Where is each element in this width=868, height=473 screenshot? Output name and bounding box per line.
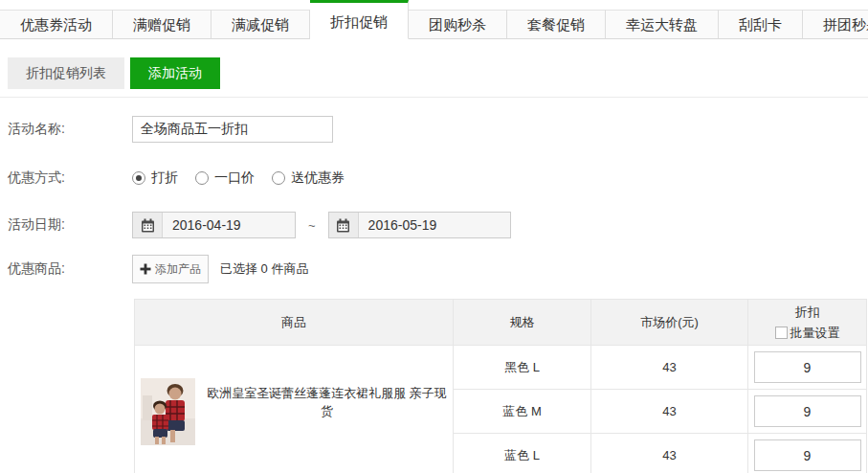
spec-cell: 黑色 L	[454, 346, 591, 390]
radio-option-discount[interactable]: 打折	[132, 169, 178, 187]
product-name: 欧洲皇室圣诞蕾丝蓬蓬连衣裙礼服服 亲子现货	[201, 385, 453, 419]
promotion-tabbar: 优惠券活动 满赠促销 满减促销 折扣促销 团购秒杀 套餐促销 幸运大转盘 刮刮卡…	[0, 0, 868, 39]
discount-input[interactable]	[754, 351, 861, 383]
spec-cell: 蓝色 L	[454, 434, 591, 473]
discount-input[interactable]	[754, 439, 861, 471]
table-row: 欧洲皇室圣诞蕾丝蓬蓬连衣裙礼服服 亲子现货 黑色 L 43	[135, 346, 867, 390]
batch-setting-label: 批量设置	[790, 325, 840, 342]
tab-coupon-activity[interactable]: 优惠券活动	[0, 10, 113, 39]
add-product-button-label: 添加产品	[155, 261, 201, 278]
tab-full-gift-promo[interactable]: 满赠促销	[113, 10, 211, 39]
promo-products-label: 优惠商品:	[8, 260, 132, 278]
price-cell: 43	[591, 346, 748, 390]
radio-discount-label: 打折	[151, 169, 178, 187]
tab-scratch-card[interactable]: 刮刮卡	[719, 10, 803, 39]
subtab-discount-list[interactable]: 折扣促销列表	[8, 57, 124, 89]
activity-name-input[interactable]	[132, 116, 333, 143]
column-header-discount: 折扣 批量设置	[748, 300, 867, 346]
column-header-product: 商品	[135, 300, 454, 346]
column-header-price: 市场价(元)	[591, 300, 748, 346]
start-date-picker[interactable]: 2016-04-19	[132, 212, 296, 238]
tab-full-reduction-promo[interactable]: 满减促销	[211, 10, 310, 39]
discount-header-title: 折扣	[748, 304, 866, 321]
radio-option-fixed-price[interactable]: 一口价	[195, 169, 255, 187]
table-header-row: 商品 规格 市场价(元) 折扣 批量设置	[135, 300, 867, 346]
tab-package-promo[interactable]: 套餐促销	[507, 10, 606, 39]
calendar-icon	[133, 213, 163, 237]
discount-products-table: 商品 规格 市场价(元) 折扣 批量设置	[134, 299, 867, 473]
start-date-value: 2016-04-19	[163, 217, 241, 233]
activity-date-label: 活动日期:	[8, 216, 132, 234]
discount-method-label: 优惠方式:	[8, 169, 132, 187]
discount-cell	[748, 346, 867, 390]
discount-method-options: 打折 一口价 送优惠券	[132, 169, 362, 187]
end-date-value: 2016-05-19	[359, 217, 437, 233]
discount-subtabs: 折扣促销列表 添加活动	[8, 57, 868, 89]
price-cell: 43	[591, 390, 748, 434]
radio-option-send-coupon[interactable]: 送优惠券	[272, 169, 345, 187]
spec-cell: 蓝色 M	[454, 390, 591, 434]
product-cell: 欧洲皇室圣诞蕾丝蓬蓬连衣裙礼服服 亲子现货	[135, 346, 454, 473]
tab-discount-promo[interactable]: 折扣促销	[310, 0, 409, 39]
add-activity-form: 活动名称: 优惠方式: 打折 一口价 送优惠券 活动日期:	[8, 116, 868, 283]
activity-name-row: 活动名称:	[8, 116, 868, 143]
tab-lucky-wheel[interactable]: 幸运大转盘	[606, 10, 719, 39]
plus-icon	[140, 263, 151, 275]
promo-products-row: 优惠商品: 添加产品 已选择 0 件商品	[8, 255, 868, 283]
discount-cell	[748, 390, 867, 434]
batch-setting: 批量设置	[748, 325, 866, 342]
date-range-separator: ~	[308, 218, 316, 233]
product-thumbnail	[141, 378, 195, 445]
radio-send-coupon-icon[interactable]	[272, 171, 285, 185]
tab-group-buy-seckill[interactable]: 团购秒杀	[409, 10, 507, 39]
subtab-add-activity[interactable]: 添加活动	[130, 57, 220, 89]
end-date-picker[interactable]: 2016-05-19	[328, 212, 511, 238]
price-cell: 43	[591, 434, 748, 473]
radio-fixed-price-icon[interactable]	[195, 171, 209, 185]
calendar-icon	[329, 213, 359, 237]
tab-group-seckill[interactable]: 拼团秒杀	[803, 10, 868, 39]
add-product-button[interactable]: 添加产品	[132, 255, 209, 283]
column-header-spec: 规格	[454, 300, 591, 346]
section-divider	[0, 97, 868, 98]
discount-method-row: 优惠方式: 打折 一口价 送优惠券	[8, 169, 868, 187]
activity-date-row: 活动日期: 2016-04-19 ~	[8, 212, 868, 238]
discount-cell	[748, 434, 867, 473]
activity-name-label: 活动名称:	[8, 121, 132, 138]
radio-fixed-price-label: 一口价	[214, 169, 255, 187]
selected-count-text: 已选择 0 件商品	[220, 260, 308, 278]
radio-send-coupon-label: 送优惠券	[291, 169, 345, 187]
radio-discount-icon[interactable]	[132, 171, 145, 185]
batch-setting-checkbox[interactable]	[775, 327, 788, 339]
discount-input[interactable]	[754, 395, 861, 427]
